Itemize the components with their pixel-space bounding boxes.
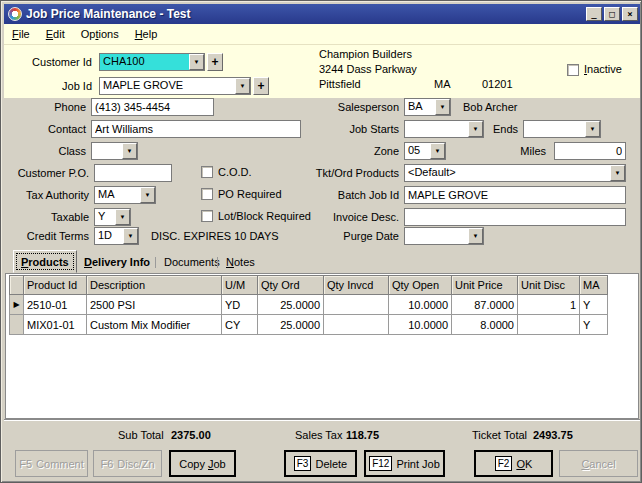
ok-button[interactable]: F2 OK bbox=[474, 450, 553, 477]
bottom-panel: Sub Total 2375.00 Sales Tax 118.75 Ticke… bbox=[4, 420, 640, 481]
sub-total-label: Sub Total bbox=[118, 429, 164, 441]
menu-help[interactable]: Help bbox=[127, 26, 166, 42]
tax-authority-value: MA bbox=[95, 187, 140, 203]
credit-terms-combo[interactable]: 1D ▼ bbox=[94, 227, 139, 245]
tkt-ord-products-dropdown-icon[interactable]: ▼ bbox=[610, 165, 625, 181]
miles-input[interactable] bbox=[554, 142, 626, 160]
cell-unit-disc[interactable] bbox=[518, 315, 580, 335]
tab-products[interactable]: Products bbox=[13, 250, 77, 273]
title-bar[interactable]: Job Price Maintenance - Test _ □ × bbox=[4, 4, 640, 24]
cell-unit-disc[interactable]: 1 bbox=[518, 295, 580, 315]
job-id-combo[interactable]: MAPLE GROVE ▼ bbox=[99, 77, 251, 95]
customer-id-combo[interactable]: CHA100 ▼ bbox=[99, 53, 205, 71]
cell-qty-invcd[interactable] bbox=[324, 295, 389, 315]
cell-description[interactable]: 2500 PSI bbox=[87, 295, 222, 315]
cell-qty-ord[interactable]: 25.0000 bbox=[258, 315, 324, 335]
customer-po-input[interactable] bbox=[94, 164, 172, 182]
credit-terms-value: 1D bbox=[95, 228, 123, 244]
class-combo[interactable]: ▼ bbox=[91, 142, 138, 160]
ends-value bbox=[524, 121, 585, 137]
job-starts-label: Job Starts bbox=[241, 123, 399, 135]
app-logo-icon bbox=[8, 7, 22, 21]
purge-date-label: Purge Date bbox=[241, 230, 399, 242]
cell-ma[interactable]: Y bbox=[580, 295, 608, 315]
cell-unit-price[interactable]: 8.0000 bbox=[452, 315, 518, 335]
customer-id-dropdown-icon[interactable]: ▼ bbox=[189, 54, 204, 70]
cell-qty-open[interactable]: 10.0000 bbox=[389, 295, 452, 315]
tab-notes[interactable]: Notes bbox=[219, 252, 262, 272]
class-dropdown-icon[interactable]: ▼ bbox=[122, 143, 137, 159]
cell-um[interactable]: CY bbox=[222, 315, 258, 335]
salesperson-value: BA bbox=[405, 99, 435, 115]
cell-um[interactable]: YD bbox=[222, 295, 258, 315]
customer-id-label: Customer Id bbox=[4, 56, 92, 68]
po-required-checkbox[interactable] bbox=[201, 188, 213, 200]
lot-block-checkbox[interactable] bbox=[201, 210, 213, 222]
print-job-button[interactable]: F12 Print Job bbox=[364, 450, 445, 477]
customer-street: 3244 Dass Parkway bbox=[319, 63, 417, 75]
table-row[interactable]: MIX01-01 Custom Mix Modifier CY 25.0000 … bbox=[10, 315, 608, 335]
cell-qty-ord[interactable]: 25.0000 bbox=[258, 295, 324, 315]
invoice-desc-input[interactable] bbox=[404, 208, 626, 226]
table-row[interactable]: ▶ 2510-01 2500 PSI YD 25.0000 10.0000 87… bbox=[10, 295, 608, 315]
salesperson-dropdown-icon[interactable]: ▼ bbox=[435, 99, 450, 115]
products-grid[interactable]: Product Id Description U/M Qty Ord Qty I… bbox=[9, 275, 608, 335]
tkt-ord-products-combo[interactable]: <Default> ▼ bbox=[404, 164, 626, 182]
ends-combo[interactable]: ▼ bbox=[523, 120, 601, 138]
cell-product-id[interactable]: 2510-01 bbox=[24, 295, 87, 315]
row-selector-icon[interactable]: ▶ bbox=[10, 295, 24, 315]
zone-combo[interactable]: 05 ▼ bbox=[404, 142, 446, 160]
col-product-id: Product Id bbox=[24, 276, 87, 295]
menu-options[interactable]: Options bbox=[73, 26, 127, 42]
inactive-checkbox[interactable] bbox=[567, 64, 579, 76]
customer-id-add-button[interactable]: + bbox=[207, 53, 223, 71]
batch-job-id-input[interactable] bbox=[404, 186, 626, 204]
purge-date-value bbox=[405, 228, 468, 244]
job-id-add-button[interactable]: + bbox=[253, 77, 269, 95]
zone-value: 05 bbox=[405, 143, 430, 159]
close-button[interactable]: × bbox=[622, 7, 638, 21]
ticket-total-value: 2493.75 bbox=[533, 429, 573, 441]
job-starts-dropdown-icon[interactable]: ▼ bbox=[468, 121, 483, 137]
delete-button[interactable]: F3 Delete bbox=[284, 450, 357, 477]
phone-label: Phone bbox=[1, 101, 86, 113]
cell-description[interactable]: Custom Mix Modifier bbox=[87, 315, 222, 335]
phone-input[interactable] bbox=[91, 98, 214, 116]
job-starts-combo[interactable]: ▼ bbox=[404, 120, 484, 138]
tkt-ord-products-value: <Default> bbox=[405, 165, 610, 181]
menu-edit[interactable]: Edit bbox=[38, 26, 73, 42]
tax-authority-combo[interactable]: MA ▼ bbox=[94, 186, 156, 204]
cell-qty-invcd[interactable] bbox=[324, 315, 389, 335]
taxable-dropdown-icon[interactable]: ▼ bbox=[115, 209, 130, 225]
row-selector[interactable] bbox=[10, 315, 24, 335]
maximize-button[interactable]: □ bbox=[604, 7, 620, 21]
sales-tax-value: 118.75 bbox=[346, 429, 379, 441]
copy-job-button[interactable]: Copy Job bbox=[169, 450, 236, 477]
tab-separator bbox=[155, 257, 156, 268]
menu-file[interactable]: File bbox=[4, 26, 38, 42]
job-starts-value bbox=[405, 121, 468, 137]
tax-authority-dropdown-icon[interactable]: ▼ bbox=[140, 187, 155, 203]
col-ma: MA bbox=[580, 276, 608, 295]
customer-city: Pittsfield bbox=[319, 78, 361, 90]
minimize-button[interactable]: _ bbox=[586, 7, 602, 21]
taxable-combo[interactable]: Y ▼ bbox=[94, 208, 131, 226]
salesperson-combo[interactable]: BA ▼ bbox=[404, 98, 451, 116]
cod-checkbox[interactable] bbox=[201, 166, 213, 178]
batch-job-id-label: Batch Job Id bbox=[241, 189, 399, 201]
miles-label: Miles bbox=[481, 145, 546, 157]
cell-ma[interactable]: Y bbox=[580, 315, 608, 335]
credit-terms-dropdown-icon[interactable]: ▼ bbox=[123, 228, 138, 244]
tab-delivery-info[interactable]: Delivery Info bbox=[77, 252, 157, 272]
cell-product-id[interactable]: MIX01-01 bbox=[24, 315, 87, 335]
job-id-label: Job Id bbox=[4, 80, 92, 92]
purge-date-combo[interactable]: ▼ bbox=[404, 227, 484, 245]
col-unit-price: Unit Price bbox=[452, 276, 518, 295]
cell-qty-open[interactable]: 10.0000 bbox=[389, 315, 452, 335]
ends-dropdown-icon[interactable]: ▼ bbox=[585, 121, 600, 137]
purge-date-dropdown-icon[interactable]: ▼ bbox=[468, 228, 483, 244]
customer-id-value: CHA100 bbox=[100, 54, 189, 70]
zone-dropdown-icon[interactable]: ▼ bbox=[430, 143, 445, 159]
cell-unit-price[interactable]: 87.0000 bbox=[452, 295, 518, 315]
job-id-dropdown-icon[interactable]: ▼ bbox=[235, 78, 250, 94]
